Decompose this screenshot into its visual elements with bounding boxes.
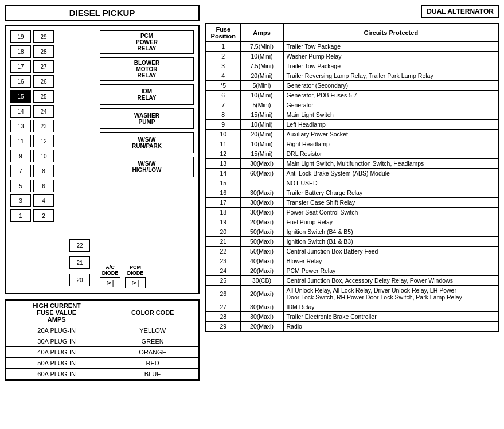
table-cell: IDM Relay [283, 302, 499, 312]
table-row: 37.5(Mini)Trailer Tow Package [206, 61, 499, 71]
right-side: DUAL ALTERNATOR FusePosition Amps Circui… [205, 5, 499, 381]
relay-box: W/S/WRUN/PARK [100, 132, 194, 153]
table-row: 2250(Maxi)Central Junction Box Battery F… [206, 247, 499, 256]
table-cell: 18 [206, 208, 240, 217]
color-table-cell: RED [107, 358, 198, 369]
table-cell: Main Light Switch [283, 110, 499, 120]
fuse-box: 6 [33, 180, 54, 192]
fuse-box: 17 [10, 60, 31, 73]
table-cell: 10(Mini) [240, 91, 283, 100]
dual-alternator-label: DUAL ALTERNATOR [421, 5, 499, 18]
fuse-table: FusePosition Amps Circuits Protected 17.… [205, 23, 499, 332]
table-row: 210(Mini)Washer Pump Relay [206, 52, 499, 61]
fuse-pair-row: 1323 [10, 120, 65, 132]
fuse-pair-row: 1626 [10, 75, 65, 88]
color-table-row: 50A PLUG-INRED [6, 358, 198, 369]
fuse-box: 27 [33, 60, 54, 73]
fuse-pair-row: 1828 [10, 45, 65, 58]
table-cell: 21 [206, 237, 240, 247]
fuse-col-amps: Amps [240, 24, 283, 42]
fuse-box: 1 [10, 209, 31, 222]
fuse-pair-row: 1424 [10, 105, 65, 118]
table-cell: 30(Maxi) [240, 312, 283, 322]
color-code-table: HIGH CURRENTFUSE VALUEAMPS COLOR CODE 20… [6, 300, 198, 380]
fuse-diagram: 1929182817271626152514241323111291078563… [5, 25, 200, 294]
table-cell: 20(Maxi) [240, 286, 283, 302]
table-cell: 20(Mini) [240, 71, 283, 81]
table-row: 610(Mini)Generator, PDB Fuses 5,7 [206, 91, 499, 100]
table-cell: 2 [206, 52, 240, 61]
table-cell: Trailer Tow Package [283, 61, 499, 71]
table-cell: 24 [206, 266, 240, 276]
table-cell: 13 [206, 159, 240, 169]
table-cell: 14 [206, 169, 240, 178]
color-table-cell: ORANGE [107, 347, 198, 358]
fuse-col-circuits: Circuits Protected [283, 24, 499, 42]
table-cell: 7.5(Mini) [240, 61, 283, 71]
table-cell: 30(Maxi) [240, 208, 283, 217]
fuse-box: 23 [33, 120, 54, 132]
color-table-cell: YELLOW [107, 325, 198, 336]
fuse-box: 25 [33, 90, 54, 103]
table-cell: 40(Maxi) [240, 256, 283, 266]
fuse-pair-row: 34 [10, 194, 65, 207]
fuse-box: 26 [33, 75, 54, 88]
table-cell: Ignition Switch (B4 & B5) [283, 227, 499, 237]
table-row: 1630(Maxi)Trailer Battery Charge Relay [206, 188, 499, 198]
color-table-cell: 50A PLUG-IN [6, 358, 107, 369]
table-cell: 9 [206, 120, 240, 130]
table-cell: 4 [206, 71, 240, 81]
table-cell: Anti-Lock Brake System (ABS) Module [283, 169, 499, 178]
left-side: DIESEL PICKUP 19291828172716261525142413… [5, 5, 200, 381]
fuse-box: 10 [33, 150, 54, 162]
fuse-box: 13 [10, 120, 31, 132]
table-cell: Washer Pump Relay [283, 52, 499, 61]
relay-box: W/S/WHIGH/LOW [100, 157, 194, 177]
color-table-row: 30A PLUG-INGREEN [6, 336, 198, 347]
fuse-box: 14 [10, 105, 31, 118]
table-cell: 19 [206, 217, 240, 227]
color-table-cell: 40A PLUG-IN [6, 347, 107, 358]
table-cell: Ignition Switch (B1 & B3) [283, 237, 499, 247]
fuse-box: 18 [10, 45, 31, 58]
table-cell: 5(Mini) [240, 81, 283, 91]
table-row: 1110(Mini)Right Headlamp [206, 139, 499, 149]
table-row: 1330(Maxi)Main Light Switch, Multifuncti… [206, 159, 499, 169]
table-cell: Central Junction Box, Accessory Delay Re… [283, 276, 499, 286]
color-table-cell: GREEN [107, 336, 198, 347]
table-cell: 30(Maxi) [240, 198, 283, 208]
table-cell: 8 [206, 110, 240, 120]
table-row: 2050(Maxi)Ignition Switch (B4 & B5) [206, 227, 499, 237]
table-cell: Fuel Pump Relay [283, 217, 499, 227]
table-row: 2920(Maxi)Radio [206, 322, 499, 332]
table-cell: DRL Resistor [283, 149, 499, 159]
table-cell: Trailer Reversing Lamp Relay, Trailer Pa… [283, 71, 499, 81]
fuse-box: 24 [33, 105, 54, 118]
table-row: 815(Mini)Main Light Switch [206, 110, 499, 120]
table-cell: 50(Maxi) [240, 237, 283, 247]
relay-box: BLOWERMOTORRELAY [100, 57, 194, 81]
table-row: 2340(Maxi)Blower Relay [206, 256, 499, 266]
table-cell: 7.5(Mini) [240, 42, 283, 52]
fuse-box: 16 [10, 75, 31, 88]
table-cell: 20 [206, 227, 240, 237]
color-table-cell: 20A PLUG-IN [6, 325, 107, 336]
color-table-cell: BLUE [107, 369, 198, 380]
table-cell: 20(Maxi) [240, 322, 283, 332]
relay-box: IDMRELAY [100, 84, 194, 105]
table-cell: *5 [206, 81, 240, 91]
diode-symbol: ⊳| [125, 277, 146, 288]
fuse-box: 11 [10, 135, 31, 147]
table-cell: 10(Mini) [240, 120, 283, 130]
color-table-cell: 30A PLUG-IN [6, 336, 107, 347]
table-cell: 30(CB) [240, 276, 283, 286]
table-cell: Generator [283, 100, 499, 110]
table-cell: Auxiliary Power Socket [283, 130, 499, 139]
fuse-box: 4 [33, 194, 54, 207]
table-cell: 28 [206, 312, 240, 322]
table-row: 2530(CB)Central Junction Box, Accessory … [206, 276, 499, 286]
table-row: 1215(Mini)DRL Resistor [206, 149, 499, 159]
table-cell: 50(Maxi) [240, 247, 283, 256]
table-cell: Trailer Tow Package [283, 42, 499, 52]
color-table-cell: 60A PLUG-IN [6, 369, 107, 380]
